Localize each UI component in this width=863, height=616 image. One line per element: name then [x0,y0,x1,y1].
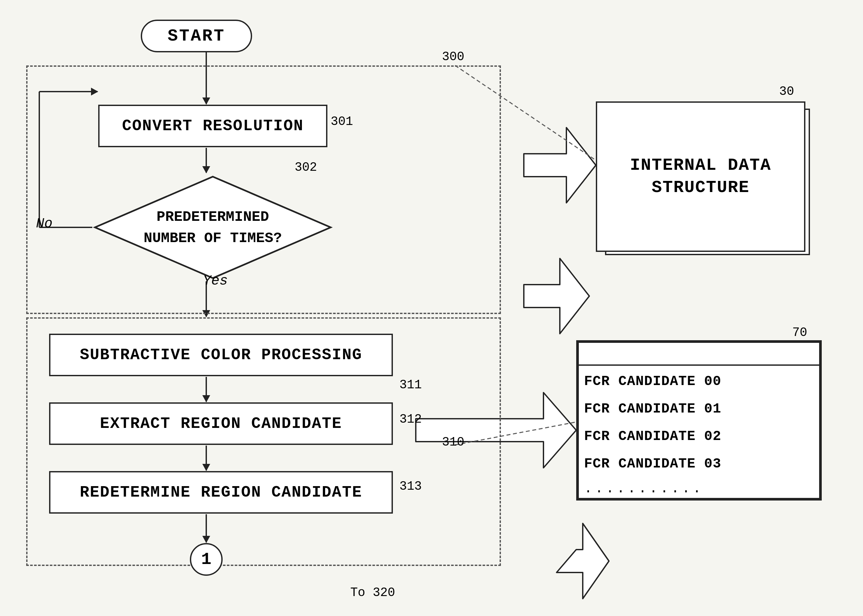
svg-text:PREDETERMINED: PREDETERMINED [156,209,269,225]
convert-resolution-node: CONVERT RESOLUTION [98,105,328,147]
svg-text:NUMBER OF TIMES?: NUMBER OF TIMES? [144,230,282,246]
label-300: 300 [442,50,464,64]
label-311: 311 [399,378,422,392]
label-to320: To 320 [350,586,395,600]
start-node: START [141,20,252,52]
label-no: No [36,216,52,232]
extract-region-node: EXTRACT REGION CANDIDATE [49,402,393,445]
diagram-container: START 300 CONVERT RESOLUTION 301 PREDETE… [0,0,863,616]
subtractive-color-node: SUBTRACTIVE COLOR PROCESSING [49,334,393,376]
internal-data-structure-node: INTERNAL DATA STRUCTURE [596,101,805,252]
svg-marker-16 [524,127,596,203]
extract-region-label: EXTRACT REGION CANDIDATE [100,415,342,432]
label-313: 313 [399,479,422,493]
fcr-candidate-1: FCR CANDIDATE 01 [584,395,827,423]
predetermined-node: PREDETERMINED NUMBER OF TIMES? [92,173,334,281]
label-302: 302 [294,160,317,174]
fcr-candidate-2: FCR CANDIDATE 02 [584,423,827,450]
label-70: 70 [792,325,807,339]
fcr-candidate-0: FCR CANDIDATE 00 [584,368,827,395]
label-301: 301 [331,115,353,129]
convert-resolution-label: CONVERT RESOLUTION [122,117,304,135]
subtractive-color-label: SUBTRACTIVE COLOR PROCESSING [80,346,362,364]
label-yes: Yes [203,273,228,289]
fcr-candidate-3: FCR CANDIDATE 03 [584,450,827,478]
start-label: START [168,27,225,46]
fcr-header-line [578,365,820,366]
svg-marker-19 [557,523,609,599]
label-310: 310 [442,435,464,449]
circle-connector-label: 1 [201,550,211,569]
internal-data-label: INTERNAL DATA STRUCTURE [630,154,771,199]
svg-marker-17 [524,258,589,334]
redetermine-region-node: REDETERMINE REGION CANDIDATE [49,471,393,514]
label-30: 30 [779,85,794,99]
redetermine-region-label: REDETERMINE REGION CANDIDATE [80,484,362,501]
svg-marker-22 [95,177,331,278]
fcr-dots: ........... [584,478,827,500]
fcr-candidates-box: FCR CANDIDATE 00 FCR CANDIDATE 01 FCR CA… [576,340,822,501]
circle-connector-node: 1 [190,543,223,576]
fcr-candidates-list: FCR CANDIDATE 00 FCR CANDIDATE 01 FCR CA… [584,368,827,500]
label-312: 312 [399,412,422,426]
